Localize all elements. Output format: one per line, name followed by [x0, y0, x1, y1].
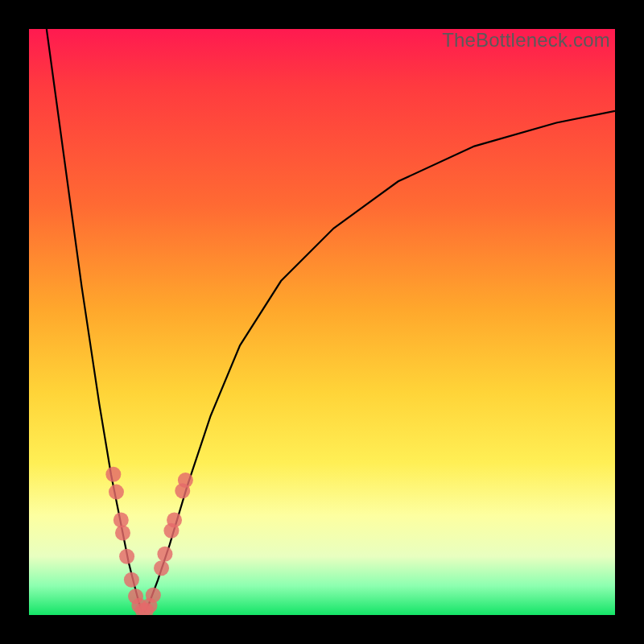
marker-group [105, 467, 193, 615]
data-marker [124, 572, 139, 588]
data-marker [119, 549, 134, 564]
data-marker [105, 467, 121, 482]
chart-svg [29, 29, 615, 615]
data-marker [146, 588, 161, 603]
data-marker [154, 560, 169, 576]
data-marker [167, 513, 182, 528]
data-marker [109, 485, 124, 500]
data-marker [178, 473, 193, 488]
curve-left-branch [47, 29, 142, 612]
plot-area [29, 29, 615, 615]
outer-frame: TheBottleneck.com [0, 0, 644, 644]
data-marker [157, 547, 172, 562]
curve-right-branch [144, 111, 615, 612]
data-marker [115, 526, 130, 541]
data-marker [114, 513, 129, 528]
